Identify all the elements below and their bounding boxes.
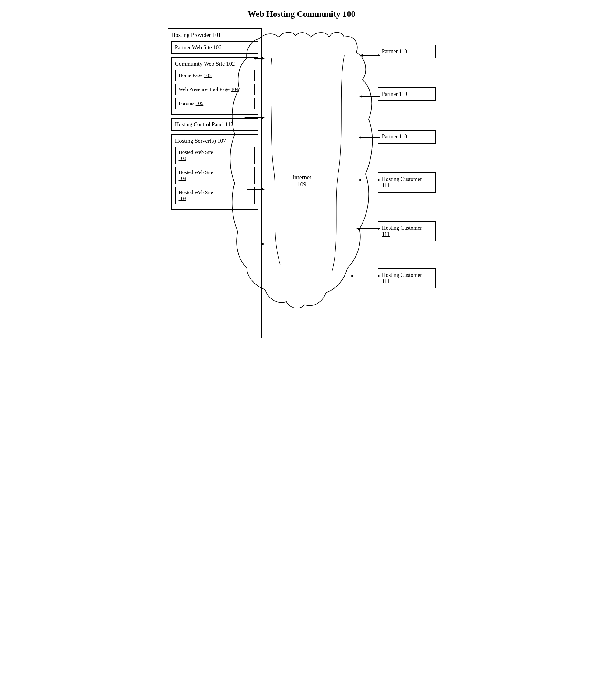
customer-3-box: Hosting Customer 111 — [378, 268, 436, 289]
internet-label: Internet 109 — [292, 174, 311, 188]
partner-1-box: Partner 110 — [378, 45, 436, 58]
svg-marker-20 — [359, 179, 361, 181]
svg-marker-23 — [357, 228, 359, 230]
community-web-site-box: Community Web Site 102 Home Page 103 Web… — [171, 57, 259, 115]
hosted-web-site-3: Hosted Web Site 108 — [175, 187, 255, 204]
partner-3-box: Partner 110 — [378, 130, 436, 144]
svg-marker-9 — [262, 243, 265, 245]
svg-marker-26 — [351, 275, 353, 277]
partner-2-box: Partner 110 — [378, 87, 436, 101]
hosting-servers-box: Hosting Server(s) 107 Hosted Web Site 10… — [171, 134, 259, 210]
hosting-control-panel-box: Hosting Control Panel 112 — [171, 118, 259, 131]
page-title: Web Hosting Community 100 — [165, 9, 439, 19]
svg-marker-1 — [262, 57, 265, 59]
svg-marker-17 — [359, 136, 361, 139]
hosted-web-site-2: Hosted Web Site 108 — [175, 167, 255, 184]
provider-box: Hosting Provider 101 Partner Web Site 10… — [168, 28, 262, 338]
provider-label: Hosting Provider 101 — [171, 32, 259, 38]
servers-label: Hosting Server(s) 107 — [175, 138, 255, 144]
forums-box: Forums 105 — [175, 98, 255, 109]
customer-2-box: Hosting Customer 111 — [378, 221, 436, 241]
home-page-box: Home Page 103 — [175, 70, 255, 81]
community-web-site-label: Community Web Site 102 — [175, 60, 255, 67]
svg-marker-4 — [262, 117, 265, 119]
partner-web-site-box: Partner Web Site 106 — [171, 41, 259, 54]
svg-marker-11 — [360, 54, 363, 56]
svg-marker-14 — [360, 95, 362, 98]
web-presence-box: Web Presence Tool Page 104 — [175, 84, 255, 95]
svg-marker-7 — [262, 188, 265, 191]
hosted-web-site-1: Hosted Web Site 108 — [175, 147, 255, 164]
customer-1-box: Hosting Customer 111 — [378, 173, 436, 193]
